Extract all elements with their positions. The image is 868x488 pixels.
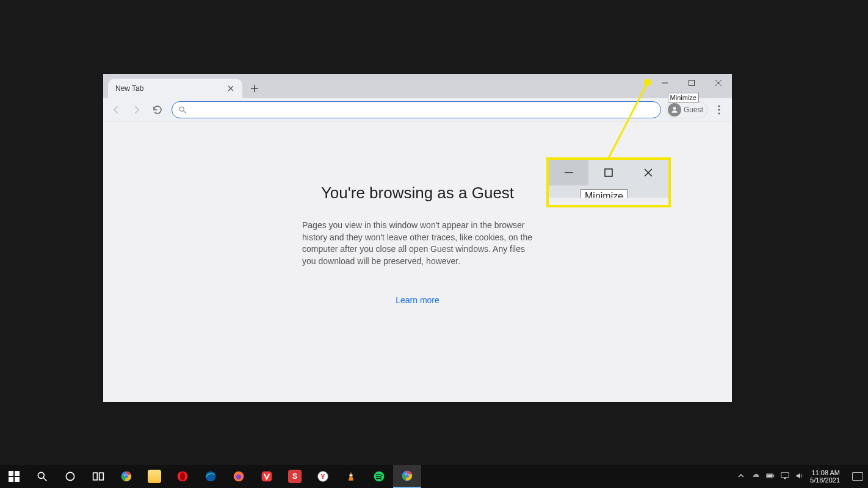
folder-icon [148, 470, 161, 483]
svg-point-19 [125, 475, 128, 478]
callout-minimize-button[interactable] [549, 160, 588, 185]
minimize-button[interactable] [651, 74, 678, 92]
chrome-icon [400, 469, 414, 483]
tab-new-tab[interactable]: New Tab [108, 79, 242, 98]
svg-point-32 [405, 474, 409, 478]
address-bar[interactable] [172, 101, 661, 118]
svg-rect-10 [15, 471, 20, 476]
toolbar: Guest [103, 98, 732, 121]
search-icon [178, 106, 187, 114]
minimize-tooltip: Minimize [668, 93, 699, 102]
omnibox-input[interactable] [190, 105, 654, 114]
task-view-button[interactable] [84, 465, 112, 488]
taskbar-app-firefox[interactable] [225, 465, 253, 488]
profile-label: Guest [684, 106, 703, 114]
svg-rect-11 [9, 477, 13, 482]
new-tab-button[interactable] [246, 80, 263, 97]
windows-taskbar: S Y [0, 465, 868, 488]
start-button[interactable] [0, 465, 28, 488]
svg-point-22 [206, 472, 216, 482]
profile-chip[interactable]: Guest [666, 101, 707, 118]
edge-icon [204, 470, 217, 483]
close-window-button[interactable] [705, 74, 732, 92]
svg-text:Y: Y [320, 472, 325, 480]
taskbar-app-edge[interactable] [197, 465, 225, 488]
system-tray: 11:08 AM 5/18/2021 [737, 469, 868, 484]
maximize-button[interactable] [678, 74, 705, 92]
tray-onedrive-icon[interactable] [751, 472, 760, 481]
action-center-icon[interactable] [852, 472, 863, 481]
taskbar-left: S Y [0, 465, 421, 488]
guest-avatar-icon [668, 103, 681, 117]
taskbar-app-vivaldi[interactable] [253, 465, 281, 488]
svg-point-13 [38, 472, 44, 478]
opera-icon [176, 470, 189, 483]
tray-network-icon[interactable] [781, 472, 789, 481]
callout-maximize-button[interactable] [588, 160, 628, 185]
back-button[interactable] [107, 101, 125, 119]
tray-battery-icon[interactable] [766, 472, 775, 481]
spotify-icon [372, 470, 386, 483]
page-title: You're browsing as a Guest [321, 184, 514, 203]
svg-rect-0 [689, 81, 695, 86]
callout-decoration [549, 198, 668, 205]
window-controls [651, 74, 732, 92]
clock-date: 5/18/2021 [810, 476, 840, 484]
close-tab-icon[interactable] [226, 84, 235, 93]
svg-rect-34 [773, 475, 775, 476]
reload-button[interactable] [148, 101, 167, 119]
tab-title: New Tab [115, 84, 143, 93]
chrome-menu-button[interactable] [710, 101, 728, 119]
svg-point-14 [66, 472, 74, 480]
svg-rect-35 [767, 475, 773, 478]
svg-point-21 [180, 472, 185, 480]
svg-rect-16 [99, 473, 104, 480]
yandex-icon: Y [316, 470, 330, 483]
learn-more-link[interactable]: Learn more [396, 295, 439, 305]
tab-strip: New Tab Minimize [103, 74, 732, 98]
svg-rect-8 [605, 169, 612, 176]
taskbar-app-chrome-active[interactable] [393, 465, 421, 488]
svg-rect-36 [781, 473, 789, 478]
svg-rect-9 [9, 471, 13, 476]
svg-rect-15 [93, 473, 98, 480]
taskbar-app-yandex[interactable]: Y [309, 465, 337, 488]
page-body-text: Pages you view in this window won't appe… [302, 220, 533, 267]
vivaldi-icon [260, 470, 273, 483]
taskbar-app-snagit[interactable]: S [281, 465, 309, 488]
clock-time: 11:08 AM [812, 469, 840, 476]
svg-point-1 [179, 107, 184, 111]
callout-close-button[interactable] [629, 160, 668, 185]
svg-rect-28 [350, 475, 353, 476]
svg-rect-12 [15, 477, 20, 482]
zoom-callout: Minimize [546, 157, 671, 207]
snagit-icon: S [288, 470, 302, 483]
taskbar-app-file-explorer[interactable] [140, 465, 168, 488]
tray-overflow-icon[interactable] [737, 472, 745, 481]
taskbar-app-spotify[interactable] [365, 465, 393, 488]
taskbar-app-chrome-1[interactable] [112, 465, 140, 488]
svg-point-4 [718, 109, 720, 110]
firefox-icon [232, 470, 245, 483]
vlc-icon [344, 470, 358, 483]
cortana-button[interactable] [56, 465, 84, 488]
svg-point-2 [673, 107, 676, 110]
taskbar-app-vlc[interactable] [337, 465, 365, 488]
tray-volume-icon[interactable] [795, 472, 804, 481]
taskbar-app-opera[interactable] [168, 465, 197, 488]
svg-point-24 [236, 475, 241, 479]
svg-point-3 [718, 105, 720, 107]
forward-button[interactable] [128, 101, 146, 119]
search-button[interactable] [28, 465, 56, 488]
taskbar-clock[interactable]: 11:08 AM 5/18/2021 [810, 469, 840, 484]
chrome-icon [120, 470, 133, 483]
chrome-window: New Tab Minimize [103, 74, 732, 402]
svg-point-5 [718, 112, 720, 114]
